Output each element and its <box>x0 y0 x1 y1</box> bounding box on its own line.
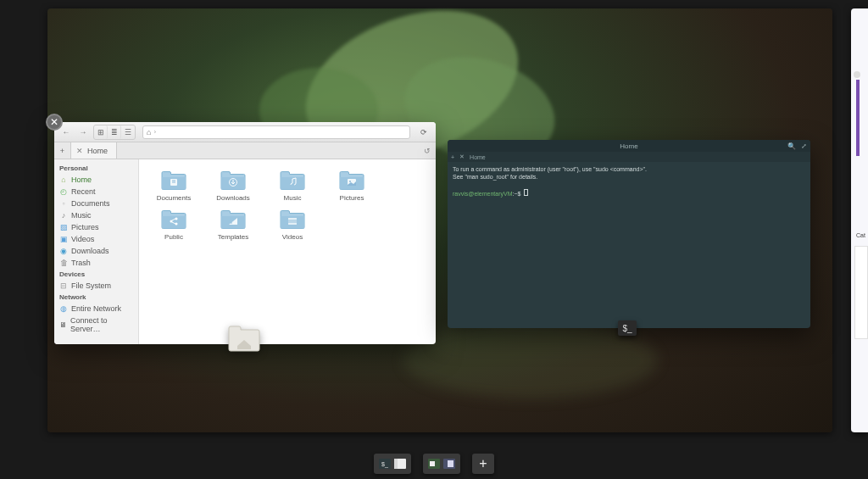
plus-icon: + <box>60 147 64 155</box>
terminal-titlebar[interactable]: Home 🔍 ⤢ <box>448 140 810 152</box>
folder-videos[interactable]: Videos <box>263 209 322 241</box>
sidebar-item-documents[interactable]: ▫Documents <box>54 198 138 209</box>
folder-documents[interactable]: Documents <box>144 170 203 202</box>
sidebar-item-label: File System <box>71 281 111 290</box>
svg-rect-20 <box>448 460 453 467</box>
sidebar-item-videos[interactable]: ▣Videos <box>54 233 138 245</box>
sidebar-item-label: Trash <box>71 259 91 267</box>
folder-label: Downloads <box>216 194 250 202</box>
sidebar-item-home[interactable]: ⌂Home <box>54 174 138 186</box>
folder-label: Videos <box>282 233 303 241</box>
peek-label: Cat <box>856 232 865 238</box>
close-tab-icon[interactable]: ✕ <box>76 147 83 155</box>
task-desktop-1[interactable] <box>426 457 442 471</box>
workspace-dock: $_ + <box>0 454 868 474</box>
close-terminal-tab-icon[interactable]: ✕ <box>459 153 465 160</box>
sidebar-item-recent[interactable]: ◴Recent <box>54 186 138 198</box>
close-icon: ✕ <box>50 116 58 128</box>
svg-rect-18 <box>430 461 435 466</box>
files-sidebar: Personal⌂Home◴Recent▫Documents♪Music▧Pic… <box>54 159 139 344</box>
tab-home[interactable]: ✕ Home <box>71 142 117 159</box>
home-icon: ⌂ <box>59 175 68 184</box>
columns-icon: ☰ <box>125 128 131 136</box>
svg-text:$_: $_ <box>381 461 388 468</box>
terminal-prompt-sep: :~$ <box>513 191 523 197</box>
connect-server-icon: 🖥 <box>59 320 67 329</box>
task-desktop-2[interactable] <box>442 457 457 471</box>
files-window[interactable]: ← → ⊞ ≣ ☰ ⌂ › ⟳ + ✕ Home ↺ Personal⌂Home… <box>54 122 436 344</box>
folder-label: Music <box>284 194 302 202</box>
window-title: Home <box>620 142 637 150</box>
tab-history-button[interactable]: ↺ <box>419 142 436 159</box>
nav-forward-button[interactable]: → <box>76 125 90 139</box>
sidebar-item-music[interactable]: ♪Music <box>54 209 138 221</box>
folder-label: Documents <box>157 194 191 202</box>
app-window-preview <box>856 80 860 156</box>
sidebar-section-header: Network <box>54 292 138 303</box>
entire-network-icon: ◍ <box>59 304 68 313</box>
svg-rect-16 <box>394 459 398 469</box>
task-files[interactable] <box>392 457 408 471</box>
svg-point-9 <box>231 222 232 224</box>
terminal-dock-icon[interactable]: $_ <box>618 320 637 336</box>
reload-button[interactable]: ⟳ <box>417 125 431 139</box>
folder-grid: DocumentsDownloadsMusicPicturesPublicTem… <box>139 159 436 344</box>
new-tab-button[interactable]: + <box>54 142 71 159</box>
terminal-window[interactable]: Home 🔍 ⤢ + ✕ Home To run a command as ad… <box>448 140 810 328</box>
sidebar-item-filesystem[interactable]: ⊟File System <box>54 280 138 292</box>
trash-icon: 🗑 <box>59 259 68 267</box>
downloads-icon: ◉ <box>59 247 68 255</box>
sidebar-item-label: Home <box>71 175 92 184</box>
close-icon <box>854 71 860 78</box>
sidebar-item-trash[interactable]: 🗑Trash <box>54 257 138 269</box>
sidebar-item-pictures[interactable]: ▧Pictures <box>54 221 138 233</box>
reload-icon: ⟳ <box>420 128 427 136</box>
arrow-left-icon: ← <box>63 128 70 136</box>
view-mode-group: ⊞ ≣ ☰ <box>93 125 136 140</box>
add-workspace-button[interactable]: + <box>472 454 494 474</box>
sidebar-item-label: Pictures <box>71 223 99 231</box>
sidebar-item-label: Downloads <box>71 247 109 255</box>
folder-music[interactable]: Music <box>263 170 322 202</box>
path-bar[interactable]: ⌂ › <box>142 125 410 139</box>
close-window-button[interactable]: ✕ <box>46 114 63 131</box>
view-list-button[interactable]: ≣ <box>108 125 121 139</box>
home-folder-icon <box>225 324 263 353</box>
sidebar-item-label: Connect to Server… <box>70 316 133 333</box>
terminal-tabbar: + ✕ Home <box>448 152 810 162</box>
search-icon[interactable]: 🔍 <box>787 141 797 151</box>
tab-bar: + ✕ Home ↺ <box>54 142 436 159</box>
plus-icon: + <box>479 456 487 471</box>
task-terminal[interactable]: $_ <box>377 457 392 471</box>
folder-public[interactable]: Public <box>144 209 203 241</box>
folder-label: Templates <box>218 233 248 241</box>
sidebar-section-header: Personal <box>54 163 138 174</box>
folder-downloads[interactable]: Downloads <box>203 170 263 202</box>
folder-pictures[interactable]: Pictures <box>322 170 381 202</box>
svg-rect-11 <box>288 218 297 220</box>
task-group-1: $_ <box>374 454 411 474</box>
folder-templates[interactable]: Templates <box>203 209 263 241</box>
files-toolbar: ← → ⊞ ≣ ☰ ⌂ › ⟳ <box>54 122 436 142</box>
sidebar-section-header: Devices <box>54 269 138 280</box>
chevron-right-icon: › <box>153 128 156 136</box>
terminal-output[interactable]: To run a command as administrator (user … <box>448 162 810 328</box>
sidebar-item-connect-server[interactable]: 🖥Connect to Server… <box>54 315 138 335</box>
new-terminal-tab-button[interactable]: + <box>451 154 454 160</box>
sidebar-item-label: Documents <box>71 199 110 208</box>
sidebar-item-label: Entire Network <box>71 304 121 313</box>
sidebar-item-downloads[interactable]: ◉Downloads <box>54 245 138 257</box>
arrow-right-icon: → <box>80 128 87 136</box>
tab-label: Home <box>87 147 108 155</box>
sidebar-item-label: Videos <box>71 235 94 243</box>
workspace-2-thumbnail[interactable]: Cat <box>851 8 868 432</box>
music-icon: ♪ <box>59 211 68 220</box>
documents-icon: ▫ <box>59 199 68 208</box>
history-icon: ↺ <box>424 147 431 155</box>
prompt-icon: $_ <box>622 324 632 333</box>
view-columns-button[interactable]: ☰ <box>121 125 135 139</box>
nav-back-button[interactable]: ← <box>59 125 73 139</box>
view-icons-button[interactable]: ⊞ <box>94 125 108 139</box>
sidebar-item-entire-network[interactable]: ◍Entire Network <box>54 303 138 315</box>
maximize-icon[interactable]: ⤢ <box>798 141 809 151</box>
